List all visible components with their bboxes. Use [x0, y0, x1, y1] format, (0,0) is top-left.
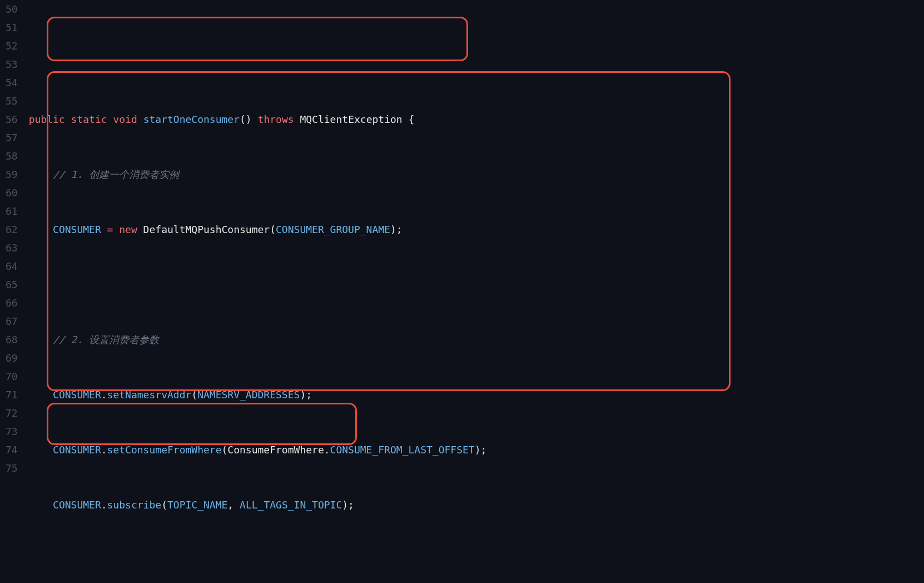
line-number: 52	[6, 37, 18, 55]
line-number: 61	[6, 202, 18, 220]
dot: .	[101, 499, 107, 511]
line-number: 63	[6, 239, 18, 257]
line-number: 56	[6, 110, 18, 129]
brace: {	[403, 113, 415, 125]
line-number: 60	[6, 184, 18, 202]
line-number: 69	[6, 349, 18, 367]
keyword-throws: throws	[258, 113, 294, 125]
code-line: // 2. 设置消费者参数	[29, 330, 913, 349]
line-number: 58	[6, 147, 18, 165]
line-number: 73	[6, 422, 18, 441]
constant: CONSUMER_GROUP_NAME	[276, 224, 390, 235]
keyword-void: void	[113, 113, 137, 125]
punct: );	[300, 389, 312, 401]
code-line: CONSUMER.setConsumeFromWhere(ConsumeFrom…	[29, 441, 913, 459]
code-line: CONSUMER.setNamesrvAddr(NAMESRV_ADDRESSE…	[29, 386, 913, 404]
constant: CONSUMER	[53, 444, 101, 456]
line-number-gutter: 50 51 52 53 54 55 56 57 58 59 60 61 62 6…	[0, 0, 29, 583]
code-line: // 1. 创建一个消费者实例	[29, 165, 913, 184]
line-number: 53	[6, 55, 18, 73]
line-number: 68	[6, 330, 18, 349]
constant: CONSUMER	[53, 224, 101, 235]
code-line-blank	[29, 275, 913, 294]
paren: (	[191, 389, 197, 401]
dot: .	[101, 389, 107, 401]
constant: TOPIC_NAME	[167, 499, 227, 511]
comment: // 1. 创建一个消费者实例	[53, 169, 179, 180]
paren: (	[161, 499, 167, 511]
constant: CONSUMER	[53, 389, 101, 401]
method: setConsumeFromWhere	[107, 444, 222, 456]
line-number: 70	[6, 367, 18, 386]
function-name: startOneConsumer	[143, 113, 240, 125]
dot: .	[101, 444, 107, 456]
highlight-box-3	[47, 403, 357, 445]
line-number: 75	[6, 459, 18, 477]
line-number: 64	[6, 257, 18, 275]
line-number: 57	[6, 129, 18, 147]
code-line: CONSUMER.subscribe(TOPIC_NAME, ALL_TAGS_…	[29, 496, 913, 514]
args: (ConsumeFromWhere.	[222, 444, 330, 456]
code-line: CONSUMER = new DefaultMQPushConsumer(CON…	[29, 220, 913, 239]
constant: CONSUMER	[53, 499, 101, 511]
comment: // 2. 设置消费者参数	[53, 334, 159, 345]
line-number: 51	[6, 18, 18, 37]
line-number: 72	[6, 404, 18, 422]
line-number: 54	[6, 73, 18, 92]
line-number: 55	[6, 92, 18, 110]
comma: ,	[227, 499, 240, 511]
keyword-new: new	[119, 224, 137, 235]
line-number: 50	[6, 0, 18, 18]
code-line-blank	[29, 551, 913, 569]
line-number: 59	[6, 165, 18, 184]
line-number: 67	[6, 312, 18, 330]
punct: );	[475, 444, 487, 456]
highlight-box-1	[47, 17, 468, 61]
parens: ()	[240, 113, 252, 125]
line-number: 74	[6, 441, 18, 459]
method: setNamesrvAddr	[107, 389, 192, 401]
code-line: public static void startOneConsumer() th…	[29, 110, 913, 129]
line-number: 62	[6, 220, 18, 239]
constructor: DefaultMQPushConsumer(	[137, 224, 276, 235]
method: subscribe	[107, 499, 162, 511]
keyword-static: static	[71, 113, 107, 125]
punct: );	[390, 224, 403, 235]
line-number: 65	[6, 275, 18, 294]
code-area[interactable]: public static void startOneConsumer() th…	[29, 0, 924, 583]
operator: =	[101, 224, 120, 235]
constant: ALL_TAGS_IN_TOPIC	[240, 499, 342, 511]
line-number: 66	[6, 294, 18, 312]
constant: NAMESRV_ADDRESSES	[197, 389, 300, 401]
punct: );	[342, 499, 354, 511]
constant: CONSUME_FROM_LAST_OFFSET	[330, 444, 475, 456]
keyword-public: public	[29, 113, 65, 125]
line-number: 71	[6, 386, 18, 404]
exception-type: MQClientException	[300, 113, 402, 125]
code-editor: 50 51 52 53 54 55 56 57 58 59 60 61 62 6…	[0, 0, 924, 583]
